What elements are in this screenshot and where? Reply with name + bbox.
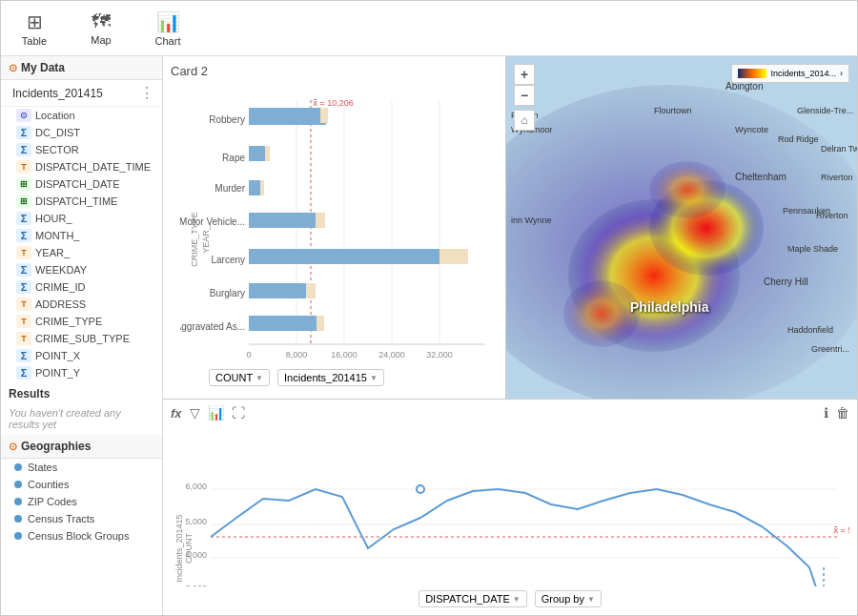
geo-icon: ⊙ [9,441,17,453]
field-name: MONTH_ [35,230,79,241]
info-icon[interactable]: ℹ [824,405,828,421]
svg-text:4,000: 4,000 [185,550,207,560]
svg-rect-23 [249,146,265,161]
svg-rect-22 [320,108,328,123]
geo-dot [14,515,22,523]
field-name: DISPATCH_TIME [35,195,117,207]
geo-dot [14,532,22,540]
svg-text:3,000: 3,000 [185,584,207,586]
delete-icon[interactable]: 🗑 [836,405,849,421]
geo-item-states[interactable]: States [1,459,162,476]
svg-text:Cherry Hill: Cherry Hill [764,277,808,287]
field-type-icon: T [16,298,31,311]
field-row-point_y[interactable]: ΣPOINT_Y [1,364,162,381]
field-row-location[interactable]: ⊙Location [1,107,162,124]
fx-button[interactable]: fx [171,406,182,421]
svg-rect-28 [316,213,325,228]
svg-rect-24 [265,146,270,161]
geo-dot [14,463,22,471]
svg-point-43 [649,161,725,218]
legend-expand[interactable]: › [840,69,843,78]
group-by-dropdown[interactable]: Group by ▼ [535,590,602,607]
geo-item-census-tracts[interactable]: Census Tracts [1,510,162,527]
field-row-crime_type[interactable]: TCRIME_TYPE [1,313,162,330]
content-area: Card 2 Robbery Rape Murder Motor Vehicle… [163,56,857,616]
card2-count-dropdown[interactable]: COUNT ▼ [209,369,270,386]
field-row-dc_dist[interactable]: ΣDC_DIST [1,124,162,141]
zoom-in-button[interactable]: + [514,64,535,85]
fields-list: ⊙LocationΣDC_DISTΣSECTORTDISPATCH_DATE_T… [1,107,162,381]
field-name: CRIME_ID [35,281,86,293]
filter-icon[interactable]: ▽ [190,405,200,421]
field-name: DISPATCH_DATE_TIME [35,161,151,173]
field-row-dispatch_time[interactable]: ⊞DISPATCH_TIME [1,193,162,210]
dispatch-date-dropdown[interactable]: DISPATCH_DATE ▼ [419,590,527,607]
field-row-crime_sub_type[interactable]: TCRIME_SUB_TYPE [1,330,162,347]
geo-item-counties[interactable]: Counties [1,476,162,493]
field-type-icon: ⊞ [16,177,31,191]
field-row-address[interactable]: TADDRESS [1,296,162,313]
svg-text:Murder: Murder [214,183,245,194]
my-data-header[interactable]: ⊙ My Data [1,56,162,80]
field-row-year_[interactable]: TYEAR_ [1,244,162,261]
card3: fx ▽ 📊 ⛶ ℹ 🗑 Incidents_201415 COUNT 3,00… [163,400,857,616]
card2-dataset-dropdown[interactable]: Incidents_201415 ▼ [277,369,384,386]
field-name: YEAR_ [35,247,70,258]
map-icon: 🗺 [92,10,111,32]
field-name: ADDRESS [35,298,86,310]
svg-text:24,000: 24,000 [378,350,405,359]
map-legend: Incidents_2014... › [731,64,849,83]
expand-icon[interactable]: ⛶ [232,405,245,421]
field-row-dispatch_date_time[interactable]: TDISPATCH_DATE_TIME [1,158,162,175]
my-data-label: My Data [21,61,65,74]
geo-item-census-block-groups[interactable]: Census Block Groups [1,527,162,544]
svg-text:Philadelphia: Philadelphia [630,299,709,315]
dataset-menu-icon[interactable]: ⋮ [139,84,154,102]
geo-item-label: ZIP Codes [28,496,77,507]
dataset-row[interactable]: Incidents_201415 ⋮ [1,80,162,107]
field-type-icon: Σ [16,143,31,156]
card2-title: Card 2 [171,64,498,78]
field-row-sector[interactable]: ΣSECTOR [1,141,162,158]
geographies-header[interactable]: ⊙ Geographies [1,435,162,459]
svg-text:Flourtown: Flourtown [654,106,692,115]
svg-text:Rod Ridge: Rod Ridge [778,134,819,144]
field-type-icon: Σ [16,349,31,362]
bar-chart-icon[interactable]: 📊 [208,405,224,421]
map-controls: + − ⌂ [514,64,535,131]
no-results-msg: You haven't created any results yet [1,402,162,435]
home-button[interactable]: ⌂ [514,110,535,131]
legend-label: Incidents_2014... [770,69,836,78]
zoom-out-button[interactable]: − [514,85,535,106]
svg-point-87 [417,485,424,493]
field-row-hour_[interactable]: ΣHOUR_ [1,210,162,227]
mydata-icon: ⊙ [9,62,17,74]
card3-toolbar: fx ▽ 📊 ⛶ ℹ 🗑 [171,405,849,421]
card2-count-label: COUNT [215,372,253,383]
field-row-weekday[interactable]: ΣWEEKDAY [1,261,162,278]
svg-text:Rape: Rape [222,153,245,163]
top-toolbar: ⊞ Table 🗺 Map 📊 Chart [1,1,857,56]
geo-item-label: Census Tracts [28,513,94,524]
geo-item-label: States [28,462,57,473]
svg-rect-34 [317,316,324,331]
chart-button[interactable]: 📊 Chart [144,7,192,51]
geo-item-zip-codes[interactable]: ZIP Codes [1,493,162,510]
field-row-dispatch_date[interactable]: ⊞DISPATCH_DATE [1,175,162,193]
dataset-name: Incidents_201415 [12,87,103,100]
field-row-crime_id[interactable]: ΣCRIME_ID [1,278,162,296]
field-type-icon: Σ [16,263,31,277]
svg-text:Wyncote: Wyncote [735,125,768,134]
field-name: DISPATCH_DATE [35,178,120,190]
group-by-label: Group by [541,593,584,605]
field-row-month_[interactable]: ΣMONTH_ [1,227,162,244]
map-button[interactable]: 🗺 Map [77,7,125,50]
group-by-arrow: ▼ [587,595,595,604]
field-row-point_x[interactable]: ΣPOINT_X [1,347,162,364]
chart-icon: 📊 [156,10,180,33]
table-button[interactable]: ⊞ Table [10,7,58,51]
map-label: Map [91,34,111,46]
svg-text:Riverton: Riverton [821,173,853,182]
field-name: POINT_X [35,350,80,361]
field-type-icon: T [16,315,31,328]
